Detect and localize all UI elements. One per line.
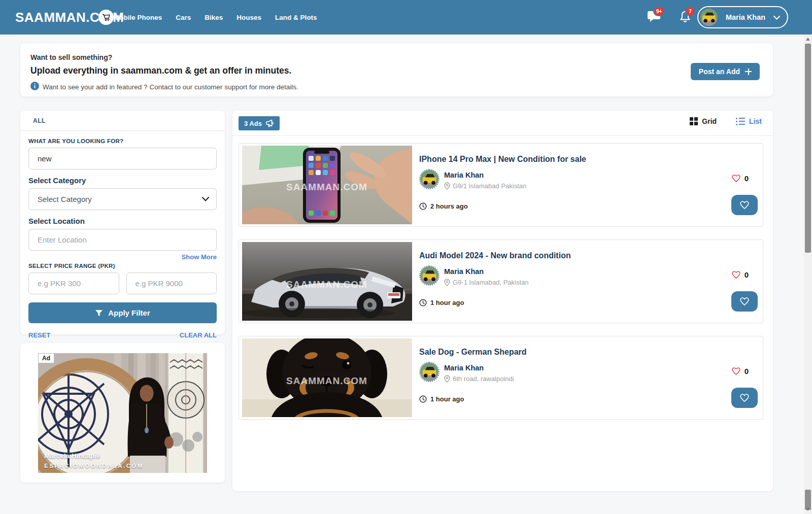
listing-time: 1 hour ago xyxy=(430,299,464,306)
category-select-value: Select Category xyxy=(38,195,92,203)
category-label: Select Category xyxy=(28,176,217,185)
chat-badge: 9+ xyxy=(653,6,665,16)
scroll-up-icon[interactable] xyxy=(806,38,810,41)
plus-icon xyxy=(745,68,752,75)
user-menu[interactable]: Maria Khan xyxy=(697,6,788,28)
ad-badge: Ad xyxy=(38,353,54,363)
heart-icon xyxy=(731,367,741,375)
listing-title: Sale Dog - German Shepard xyxy=(419,348,527,357)
location-label: Select Location xyxy=(28,217,217,225)
heart-icon xyxy=(731,174,741,183)
search-label: WHAT ARE YOU LOOKING FOR? xyxy=(28,138,217,144)
favorite-button[interactable] xyxy=(731,291,758,312)
listings-panel: 3 Ads Grid List xyxy=(232,111,773,491)
show-more-link[interactable]: Show More xyxy=(28,253,217,261)
seller-avatar xyxy=(419,362,439,382)
scrollbar-thumb-bottom[interactable] xyxy=(805,490,811,510)
scrollbar-thumb[interactable] xyxy=(805,44,811,253)
favorite-button[interactable] xyxy=(731,388,758,408)
likes-count: 0 xyxy=(745,174,749,183)
nav-link-land-plots[interactable]: Land & Plots xyxy=(275,14,317,21)
site-logo[interactable]: SAAMMAN.C M xyxy=(15,0,124,35)
notification-badge: 7 xyxy=(685,6,695,16)
ads-count-badge: 3 Ads xyxy=(239,116,280,130)
listing-location: G9/1 Islamabad Pakistan xyxy=(453,182,526,190)
tab-all[interactable]: ALL xyxy=(33,117,46,124)
watermark-text: SAAMMAN.COM xyxy=(286,375,367,386)
price-min-input[interactable] xyxy=(28,272,119,294)
heart-icon xyxy=(739,297,750,306)
listing-title: Audi Model 2024 - New brand condition xyxy=(419,251,571,260)
listing-card-car[interactable]: SAAMMAN.COM Audi Model 2024 - New brand … xyxy=(239,239,763,323)
nav-link-houses[interactable]: Houses xyxy=(236,14,261,21)
user-avatar xyxy=(700,9,718,26)
listing-card-dog[interactable]: SAAMMAN.COM Sale Dog - German Shepard Ma… xyxy=(239,336,763,420)
chat-button[interactable]: 9+ xyxy=(647,10,661,25)
post-an-add-button[interactable]: Post an Add xyxy=(691,63,760,80)
user-name: Maria Khan xyxy=(718,13,773,21)
price-max-input[interactable] xyxy=(126,272,217,294)
clock-icon xyxy=(419,395,427,403)
navbar: SAAMMAN.C M Mobile Phones Cars Bikes Hou… xyxy=(0,0,812,35)
funnel-icon xyxy=(95,310,103,317)
ads-count-label: 3 Ads xyxy=(244,120,262,127)
location-input[interactable] xyxy=(28,229,217,251)
megaphone-icon xyxy=(265,119,274,127)
banner-info-text: Want to see your add in featured ? Conta… xyxy=(43,83,298,91)
category-select[interactable]: Select Category xyxy=(28,188,217,210)
filter-panel: ALL WHAT ARE YOU LOOKING FOR? Select Cat… xyxy=(20,111,225,334)
seller-name: Maria Khan xyxy=(444,267,484,276)
listing-card-iphone[interactable]: SAAMMAN.COM IPhone 14 Pro Max | New Cond… xyxy=(239,143,763,227)
clear-all-link[interactable]: CLEAR ALL xyxy=(180,331,217,339)
clock-icon xyxy=(419,202,427,210)
bell-icon xyxy=(679,16,691,25)
logo-text-pre: SAAMMAN.C xyxy=(15,10,99,25)
nav-links: Mobile Phones Cars Bikes Houses Land & P… xyxy=(114,0,317,35)
info-icon xyxy=(30,82,39,92)
grid-icon xyxy=(690,117,698,125)
seller-avatar xyxy=(419,169,439,189)
price-range-label: SELECT PRICE RANGE (PKR) xyxy=(28,263,217,269)
sell-banner: Want to sell something? Upload everythin… xyxy=(20,43,773,96)
advertisement-card: Ad xyxy=(20,343,225,483)
heart-icon xyxy=(739,393,750,402)
listing-location: 6th road, rawalpoindi xyxy=(453,375,514,383)
list-icon xyxy=(736,118,745,125)
reset-link[interactable]: RESET xyxy=(28,331,50,339)
notifications-button[interactable]: 7 xyxy=(679,10,691,25)
location-pin-icon xyxy=(444,375,450,383)
ad-site-url: ESPACIOMOONDALA.COM xyxy=(44,463,144,469)
favorite-button[interactable] xyxy=(731,195,758,215)
list-view-toggle[interactable]: List xyxy=(736,117,762,125)
chat-icon xyxy=(647,16,661,24)
listing-time: 2 hours ago xyxy=(430,202,468,210)
nav-link-bikes[interactable]: Bikes xyxy=(205,14,223,21)
advertisement-image[interactable]: Ad xyxy=(38,353,207,473)
seller-avatar xyxy=(419,265,439,286)
heart-icon xyxy=(731,270,741,279)
grid-view-label: Grid xyxy=(702,117,717,125)
listing-location: G9-1 Islamabad, Pakistan xyxy=(453,279,529,286)
heart-icon xyxy=(739,200,750,210)
watermark-text: SAAMMAN.COM xyxy=(286,182,367,192)
banner-subheading: Upload everything in saamman.com & get a… xyxy=(30,65,291,76)
location-pin-icon xyxy=(444,279,450,286)
apply-filter-button[interactable]: Apply Filter xyxy=(28,302,217,323)
listing-image-dog: SAAMMAN.COM xyxy=(242,338,412,417)
likes-count: 0 xyxy=(745,367,749,375)
page-scrollbar[interactable] xyxy=(804,35,812,514)
likes-count: 0 xyxy=(745,270,749,279)
listing-time: 1 hour ago xyxy=(430,395,464,403)
cart-icon xyxy=(98,9,115,26)
clock-icon xyxy=(419,299,427,306)
post-an-add-label: Post an Add xyxy=(699,67,740,76)
listing-image-iphone: SAAMMAN.COM xyxy=(242,146,412,224)
seller-name: Maria Khan xyxy=(444,171,484,179)
grid-view-toggle[interactable]: Grid xyxy=(690,117,717,125)
scroll-down-icon[interactable] xyxy=(806,508,810,511)
nav-link-mobile-phones[interactable]: Mobile Phones xyxy=(114,14,162,21)
filter-tabs: ALL xyxy=(20,111,225,131)
search-input[interactable] xyxy=(28,148,217,169)
nav-link-cars[interactable]: Cars xyxy=(176,14,191,21)
location-pin-icon xyxy=(444,182,450,190)
